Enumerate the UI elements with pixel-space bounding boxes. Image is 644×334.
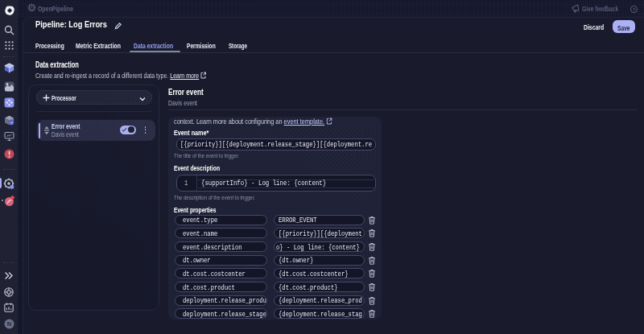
svg-text:N: N bbox=[6, 320, 10, 328]
svg-text:?: ? bbox=[633, 7, 636, 12]
